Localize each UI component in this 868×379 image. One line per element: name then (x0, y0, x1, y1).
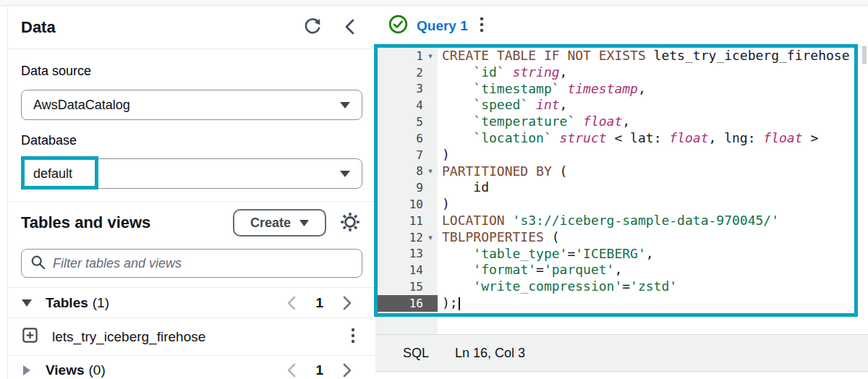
language-indicator: SQL (403, 346, 429, 361)
tables-pagination: 1 (286, 295, 352, 311)
gutter-line[interactable]: 10 (375, 196, 438, 213)
gutter-line[interactable]: 12▾ (375, 229, 438, 246)
ellipsis-vertical-icon (351, 328, 355, 346)
caret-right-icon[interactable] (21, 365, 33, 375)
filter-tables-input[interactable] (53, 256, 353, 271)
gutter-line[interactable]: 1▾ (375, 48, 438, 64)
data-source-select[interactable]: AwsDataCatalog (21, 90, 362, 120)
editor-code[interactable]: CREATE TABLE IF NOT EXISTS lets_try_iceb… (438, 45, 868, 334)
settings-button[interactable] (338, 210, 362, 237)
chevron-left-icon (342, 18, 358, 38)
tab-query-1[interactable]: Query 1 (388, 14, 468, 37)
gutter-line[interactable]: 15 (375, 278, 438, 295)
editor-status-bar: SQL Ln 16, Col 3 (375, 334, 868, 372)
data-source-value: AwsDataCatalog (33, 98, 130, 113)
code-line[interactable]: `timestamp` timestamp, (442, 81, 868, 98)
query-tab-menu-button[interactable] (478, 14, 485, 37)
tables-section-label: Tables (46, 295, 88, 311)
next-page-button[interactable] (342, 362, 352, 378)
divider (8, 48, 375, 49)
tables-section-row[interactable]: Tables (1) 1 (8, 288, 375, 318)
tables-and-views-header: Tables and views Create (8, 202, 375, 244)
code-line[interactable]: `location` struct < lat: float, lng: flo… (442, 130, 868, 147)
refresh-button[interactable] (302, 16, 323, 40)
fold-arrow-icon[interactable]: ▾ (423, 233, 438, 242)
tables-and-views-title: Tables and views (21, 213, 150, 232)
code-line[interactable]: id (442, 179, 868, 196)
ellipsis-vertical-icon (480, 16, 484, 35)
gutter-line[interactable]: 11 (375, 213, 438, 229)
table-name: lets_try_iceberg_firehose (52, 329, 205, 345)
code-line[interactable]: ) (442, 147, 868, 163)
data-panel-header: Data (8, 7, 375, 48)
code-line[interactable]: ); (442, 295, 868, 312)
gutter-line[interactable]: 5 (375, 114, 438, 130)
caret-down-icon (340, 98, 350, 111)
code-line[interactable]: 'format'='parquet', (442, 262, 868, 278)
code-line[interactable]: 'table_type'='ICEBERG', (442, 246, 868, 263)
table-actions-button[interactable] (351, 328, 355, 346)
editor-gutter: 1▾2345678▾9101112▾13141516 (375, 45, 438, 334)
caret-down-icon (299, 218, 309, 229)
cursor-position-indicator: Ln 16, Col 3 (455, 346, 525, 361)
page-top-border (0, 0, 868, 6)
code-line[interactable]: `temperature` float, (442, 114, 868, 130)
previous-page-button[interactable] (286, 362, 297, 378)
text-cursor (459, 297, 460, 310)
views-section-label: Views (46, 362, 85, 378)
views-page-number: 1 (315, 362, 323, 378)
search-icon (30, 255, 46, 273)
editor-scrollbar[interactable] (862, 46, 867, 64)
code-line[interactable]: ) (442, 196, 868, 213)
tables-page-number: 1 (315, 295, 323, 311)
caret-down-icon (340, 167, 350, 180)
views-section-row[interactable]: Views (0) 1 (8, 356, 375, 379)
gutter-line[interactable]: 4 (375, 97, 438, 114)
query-tab-label: Query 1 (417, 18, 468, 34)
gutter-line[interactable]: 9 (375, 179, 438, 196)
caret-down-icon[interactable] (21, 299, 33, 307)
create-button[interactable]: Create (233, 209, 326, 237)
gutter-line[interactable]: 3 (375, 81, 438, 98)
query-success-check-icon (388, 14, 408, 37)
table-row[interactable]: lets_try_iceberg_firehose (8, 318, 375, 355)
code-line[interactable]: TBLPROPERTIES ( (442, 229, 868, 246)
gutter-line[interactable]: 13 (375, 246, 438, 263)
gutter-line[interactable]: 16 (375, 295, 438, 312)
code-line[interactable]: CREATE TABLE IF NOT EXISTS lets_try_iceb… (442, 48, 868, 64)
views-count: (0) (89, 362, 106, 378)
gear-icon (339, 211, 361, 235)
collapse-panel-button[interactable] (341, 17, 359, 39)
panel-title: Data (21, 18, 56, 37)
code-line[interactable]: `speed` int, (442, 97, 868, 114)
code-line[interactable]: PARTITIONED BY ( (442, 163, 868, 180)
code-line[interactable]: `id` string, (442, 64, 868, 81)
data-source-label: Data source (21, 64, 362, 80)
expand-plus-icon[interactable] (22, 328, 38, 346)
query-tab-bar: Query 1 (375, 7, 868, 45)
database-select[interactable]: default (21, 158, 362, 189)
fold-arrow-icon[interactable]: ▾ (423, 166, 438, 176)
next-page-button[interactable] (342, 295, 352, 311)
tables-count: (1) (93, 295, 109, 311)
fold-arrow-icon[interactable]: ▾ (423, 51, 438, 61)
gutter-line[interactable]: 6 (375, 130, 438, 147)
refresh-icon (303, 17, 322, 38)
gutter-line[interactable]: 2 (375, 64, 438, 81)
gutter-line[interactable]: 7 (375, 147, 438, 163)
previous-page-button[interactable] (286, 295, 297, 311)
sql-editor[interactable]: 1▾2345678▾9101112▾13141516 CREATE TABLE … (375, 45, 868, 334)
database-value: default (33, 166, 72, 182)
views-pagination: 1 (286, 362, 352, 378)
database-label: Database (21, 133, 362, 149)
create-button-label: Create (250, 216, 291, 231)
code-line[interactable]: LOCATION 's3://iceberg-sample-data-97004… (442, 213, 868, 229)
filter-input-container (21, 249, 362, 278)
code-line[interactable]: 'write_compression'='zstd' (442, 278, 868, 295)
gutter-line[interactable]: 8▾ (375, 163, 438, 180)
data-panel: Data Data source AwsDataCatalog Da (8, 7, 375, 379)
gutter-line[interactable]: 14 (375, 262, 438, 278)
